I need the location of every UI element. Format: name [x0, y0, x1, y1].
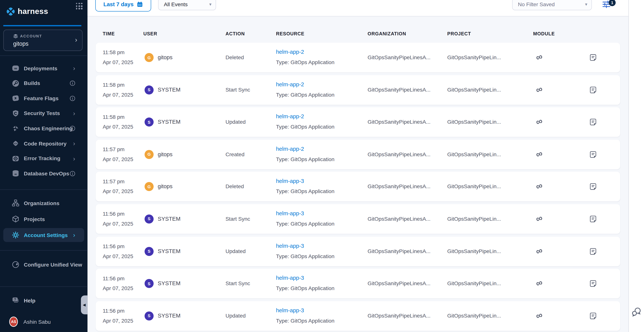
info-icon — [70, 171, 75, 176]
user-avatar: S — [144, 214, 154, 223]
row-time: 11:56 pm — [102, 243, 124, 249]
audit-table-row[interactable]: 11:56 pm Apr 07, 2025 S SYSTEM Start Syn… — [96, 204, 620, 234]
row-time: 11:58 pm — [102, 82, 124, 88]
audit-table-row[interactable]: 11:56 pm Apr 07, 2025 S SYSTEM Start Syn… — [96, 269, 620, 298]
event-type-select[interactable]: All Events ▾ — [158, 0, 216, 10]
row-resource-link[interactable]: helm-app-3 — [276, 210, 304, 217]
module-grid-icon[interactable] — [76, 3, 82, 10]
row-time: 11:56 pm — [102, 275, 124, 282]
svg-text:∞: ∞ — [14, 172, 17, 176]
filter-toolbar: Last 7 days All Events ▾ No Filter Saved… — [88, 0, 628, 16]
event-summary-note-icon[interactable] — [589, 183, 597, 190]
row-date: Apr 07, 2025 — [102, 317, 133, 324]
row-resource-link[interactable]: helm-app-3 — [276, 178, 304, 184]
event-summary-note-icon[interactable] — [589, 118, 597, 126]
chaos-engineering-icon — [12, 125, 19, 132]
sidebar-item-deployments[interactable]: ∞ Deployments › — [3, 61, 84, 75]
saved-filter-select[interactable]: No Filter Saved ▾ — [512, 0, 592, 10]
sidebar: harness ACCOUNT gitops › ∞ Deployments › — [0, 0, 88, 332]
organizations-icon — [12, 199, 19, 207]
row-action: Created — [226, 151, 244, 157]
row-date: Apr 07, 2025 — [102, 285, 133, 291]
row-resource-type: Type: GitOps Application — [276, 124, 334, 130]
event-summary-note-icon[interactable] — [589, 215, 597, 223]
row-user-name: SYSTEM — [158, 216, 180, 222]
layers-icon — [13, 34, 18, 39]
user-profile[interactable]: AS Ashin Sabu — [3, 315, 84, 328]
row-resource-link[interactable]: helm-app-2 — [276, 146, 304, 152]
audit-table-row[interactable]: 11:58 pm Apr 07, 2025 S SYSTEM Updated h… — [96, 107, 620, 137]
row-resource-link[interactable]: helm-app-3 — [276, 243, 304, 249]
audit-table-row[interactable]: 11:57 pm Apr 07, 2025 G gitops Created h… — [96, 140, 620, 169]
sidebar-item-configure-unified-view[interactable]: Configure Unified View — [3, 257, 84, 271]
row-resource-link[interactable]: helm-app-2 — [276, 49, 304, 55]
support-chat-icon[interactable] — [631, 306, 642, 317]
user-name: Ashin Sabu — [24, 319, 51, 325]
chevron-right-icon: › — [73, 110, 75, 116]
row-time: 11:57 pm — [102, 146, 124, 152]
divider — [0, 250, 88, 251]
info-icon — [70, 81, 75, 86]
column-header-time: TIME — [102, 31, 115, 36]
filter-settings-button[interactable]: 1 — [602, 0, 618, 10]
security-tests-icon — [12, 110, 19, 117]
event-summary-note-icon[interactable] — [589, 312, 597, 319]
row-project: GitOpsSanityPipeLin... — [447, 151, 501, 157]
audit-trail-page: harness ACCOUNT gitops › ∞ Deployments › — [0, 0, 644, 332]
gitops-module-infinity-icon: ∞ — [535, 116, 544, 127]
user-avatar: S — [144, 85, 154, 94]
row-resource-link[interactable]: helm-app-3 — [276, 307, 304, 313]
gitops-module-infinity-icon: ∞ — [535, 278, 544, 288]
event-summary-note-icon[interactable] — [589, 86, 597, 93]
date-range-button[interactable]: Last 7 days — [95, 0, 151, 12]
row-organization: GitOpsSanityPipeLinesA... — [368, 54, 430, 60]
sidebar-item-label: Chaos Engineering — [24, 125, 72, 131]
audit-table-row[interactable]: 11:57 pm Apr 07, 2025 G gitops Deleted h… — [96, 172, 620, 201]
gitops-module-infinity-icon: ∞ — [535, 149, 544, 159]
filter-count-badge: 1 — [609, 0, 616, 6]
sidebar-item-label: Deployments — [24, 65, 57, 71]
sidebar-item-label: Account Settings — [24, 232, 68, 238]
account-selector[interactable]: ACCOUNT gitops › — [3, 30, 82, 51]
sidebar-item-chaos-engineering[interactable]: Chaos Engineering — [3, 121, 84, 135]
chevron-right-icon: › — [73, 232, 75, 238]
sidebar-item-database-devops[interactable]: ∞ Database DevOps — [3, 167, 84, 180]
row-resource-type: Type: GitOps Application — [276, 59, 334, 65]
sidebar-item-organizations[interactable]: Organizations — [3, 196, 84, 210]
sidebar-item-label: Configure Unified View — [24, 261, 82, 268]
table-header-row: TIME USER ACTION RESOURCE ORGANIZATION P… — [96, 31, 620, 40]
sidebar-item-account-settings[interactable]: Account Settings › — [3, 228, 84, 242]
sidebar-item-label: Organizations — [24, 200, 60, 206]
row-time: 11:56 pm — [102, 211, 124, 217]
sidebar-item-security-tests[interactable]: Security Tests › — [3, 106, 84, 120]
user-avatar: S — [144, 311, 154, 320]
sidebar-item-code-repository[interactable]: </> Code Repository › — [3, 137, 84, 150]
projects-icon — [12, 215, 19, 223]
sidebar-item-feature-flags[interactable]: Feature Flags — [3, 91, 84, 105]
audit-table-row[interactable]: 11:56 pm Apr 07, 2025 S SYSTEM Updated h… — [96, 301, 620, 330]
sidebar-item-error-tracking[interactable]: Error Tracking › — [3, 152, 84, 165]
row-time: 11:57 pm — [102, 178, 124, 185]
event-summary-note-icon[interactable] — [589, 248, 597, 255]
audit-table-row[interactable]: 11:58 pm Apr 07, 2025 G gitops Deleted h… — [96, 43, 620, 72]
event-type-value: All Events — [164, 1, 188, 7]
sidebar-item-projects[interactable]: Projects — [3, 212, 84, 226]
event-summary-note-icon[interactable] — [589, 54, 597, 61]
avatar: AS — [10, 318, 17, 325]
row-resource-link[interactable]: helm-app-2 — [276, 114, 304, 120]
audit-table-row[interactable]: 11:58 pm Apr 07, 2025 S SYSTEM Start Syn… — [96, 75, 620, 105]
row-resource-link[interactable]: helm-app-2 — [276, 81, 304, 87]
column-header-action: ACTION — [226, 31, 245, 36]
divider — [0, 286, 88, 287]
event-summary-note-icon[interactable] — [589, 151, 597, 158]
sidebar-collapse-handle[interactable]: ◀ — [81, 295, 88, 314]
sidebar-item-help[interactable]: ? Help — [3, 293, 84, 307]
sidebar-item-builds[interactable]: Builds — [3, 76, 84, 90]
event-summary-note-icon[interactable] — [589, 280, 597, 287]
audit-table-row[interactable]: 11:56 pm Apr 07, 2025 S SYSTEM Updated h… — [96, 236, 620, 266]
row-organization: GitOpsSanityPipeLinesA... — [368, 313, 430, 319]
row-action: Updated — [226, 119, 246, 125]
row-resource-link[interactable]: helm-app-3 — [276, 275, 304, 281]
code-repository-icon: </> — [12, 140, 19, 147]
row-time: 11:58 pm — [102, 114, 124, 120]
